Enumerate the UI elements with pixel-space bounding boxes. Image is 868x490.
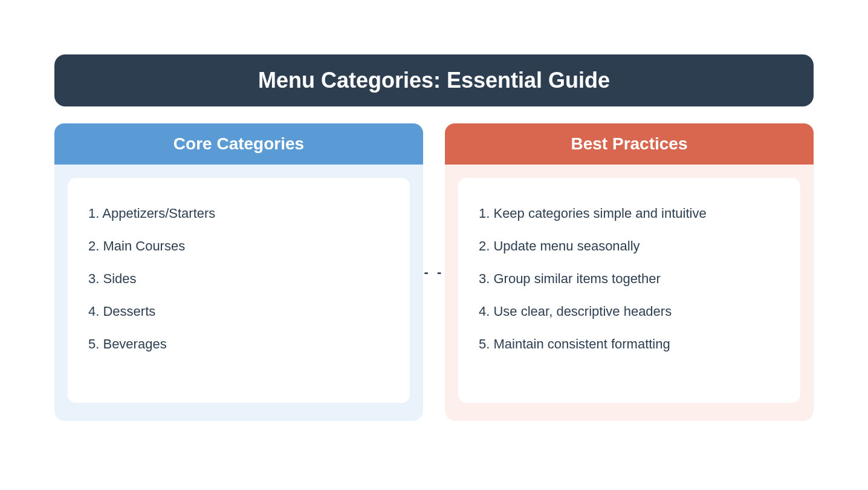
list-item: 2. Main Courses [88,230,389,263]
list-item: 4. Use clear, descriptive headers [479,295,780,328]
best-practices-card: 1. Keep categories simple and intuitive … [458,178,800,403]
list-item: 5. Beverages [88,328,389,361]
list-item: 5. Maintain consistent formatting [479,328,780,361]
core-categories-panel: Core Categories 1. Appetizers/Starters 2… [54,123,423,421]
list-item: 4. Desserts [88,295,389,328]
core-categories-header: Core Categories [54,123,423,165]
list-item: 1. Keep categories simple and intuitive [479,197,780,230]
best-practices-panel: Best Practices 1. Keep categories simple… [445,123,814,421]
best-practices-header: Best Practices [445,123,814,165]
page-title: Menu Categories: Essential Guide [54,54,814,106]
list-item: 2. Update menu seasonally [479,230,780,263]
connector-dashes: - - [424,264,444,280]
list-item: 3. Group similar items together [479,263,780,295]
core-categories-card: 1. Appetizers/Starters 2. Main Courses 3… [68,178,410,403]
list-item: 3. Sides [88,263,389,295]
list-item: 1. Appetizers/Starters [88,197,389,230]
columns-container: Core Categories 1. Appetizers/Starters 2… [54,123,814,421]
